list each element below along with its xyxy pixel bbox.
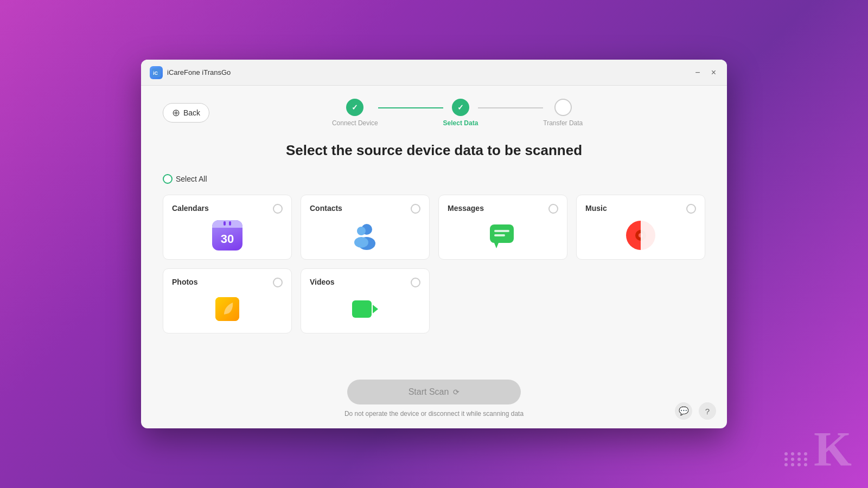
select-all-label: Select All xyxy=(176,175,207,183)
select-all-circle xyxy=(163,174,173,184)
radio-photos[interactable] xyxy=(273,278,283,287)
photos-icon xyxy=(212,294,242,324)
card-calendars-label: Calendars xyxy=(172,204,209,213)
scan-spin-icon: ⟳ xyxy=(453,388,459,396)
step-connect-label: Connect Device xyxy=(332,119,378,127)
svg-text:iC: iC xyxy=(153,70,158,76)
empty-card-1 xyxy=(438,268,567,333)
card-messages-label: Messages xyxy=(448,204,484,213)
app-window: iC iCareFone iTransGo − × ⊕ Back ✓ Conn xyxy=(141,60,727,428)
card-contacts[interactable]: Contacts xyxy=(301,195,430,260)
titlebar-left: iC iCareFone iTransGo xyxy=(150,66,231,79)
card-music-label: Music xyxy=(585,204,607,213)
card-messages-header: Messages xyxy=(448,204,558,214)
footer-icons: 💬 ? xyxy=(675,402,716,420)
scan-note: Do not operate the device or disconnect … xyxy=(344,410,524,418)
card-photos-label: Photos xyxy=(172,278,197,286)
close-button[interactable]: × xyxy=(709,66,718,79)
start-scan-button[interactable]: Start Scan ⟳ xyxy=(347,380,521,404)
step-transfer: Transfer Data xyxy=(543,99,583,127)
card-music-icon-area xyxy=(585,220,696,251)
empty-card-2 xyxy=(576,268,705,333)
svg-point-4 xyxy=(357,227,366,235)
card-photos[interactable]: Photos xyxy=(163,268,292,333)
card-contacts-icon-area xyxy=(310,220,420,251)
card-videos-header: Videos xyxy=(310,278,420,287)
help-button[interactable]: ? xyxy=(699,402,716,420)
back-icon: ⊕ xyxy=(172,107,180,119)
titlebar-controls: − × xyxy=(693,66,718,79)
card-messages[interactable]: Messages xyxy=(438,195,567,260)
card-videos-icon-area xyxy=(310,294,420,324)
step-connect: ✓ Connect Device xyxy=(332,99,378,127)
radio-messages[interactable] xyxy=(548,204,558,214)
svg-marker-7 xyxy=(494,243,499,248)
card-videos-label: Videos xyxy=(310,278,335,286)
step-line-2 xyxy=(478,107,543,108)
chat-icon: 💬 xyxy=(679,406,689,416)
select-all-button[interactable]: Select All xyxy=(163,174,207,184)
minimize-button[interactable]: − xyxy=(693,66,702,79)
radio-calendars[interactable] xyxy=(273,204,283,214)
card-calendars-icon-area: 30 xyxy=(172,220,283,251)
svg-rect-15 xyxy=(352,300,372,318)
titlebar: iC iCareFone iTransGo − × xyxy=(141,60,727,86)
step-transfer-label: Transfer Data xyxy=(543,119,583,127)
back-label: Back xyxy=(183,108,200,117)
step-line-1 xyxy=(378,107,443,108)
card-contacts-label: Contacts xyxy=(310,204,342,213)
top-row: ⊕ Back ✓ Connect Device ✓ Select Data xyxy=(163,99,705,127)
step-select-circle: ✓ xyxy=(452,99,469,116)
step-select-label: Select Data xyxy=(443,119,478,127)
stepper: ✓ Connect Device ✓ Select Data Transfer … xyxy=(209,99,705,127)
card-photos-icon-area xyxy=(172,294,283,324)
chat-button[interactable]: 💬 xyxy=(675,402,692,420)
card-music[interactable]: Music xyxy=(576,195,705,260)
bottom-row: Start Scan ⟳ Do not operate the device o… xyxy=(163,380,705,418)
card-calendars-header: Calendars xyxy=(172,204,283,214)
card-photos-header: Photos xyxy=(172,278,283,287)
svg-point-5 xyxy=(354,237,368,248)
card-contacts-header: Contacts xyxy=(310,204,420,214)
watermark-k: K xyxy=(814,421,852,477)
back-button[interactable]: ⊕ Back xyxy=(163,103,209,123)
app-title: iCareFone iTransGo xyxy=(167,68,231,76)
main-content: ⊕ Back ✓ Connect Device ✓ Select Data xyxy=(141,86,727,428)
page-title: Select the source device data to be scan… xyxy=(163,142,705,159)
radio-contacts[interactable] xyxy=(411,204,420,214)
data-grid-row1: Calendars 30 Contacts xyxy=(163,195,705,260)
music-icon xyxy=(626,220,656,251)
calendar-icon: 30 xyxy=(212,220,242,251)
app-icon: iC xyxy=(150,66,163,79)
svg-rect-6 xyxy=(490,224,514,243)
card-music-header: Music xyxy=(585,204,696,214)
card-calendars[interactable]: Calendars 30 xyxy=(163,195,292,260)
step-connect-circle: ✓ xyxy=(346,99,363,116)
stepper-inner: ✓ Connect Device ✓ Select Data Transfer … xyxy=(332,99,583,127)
card-messages-icon-area xyxy=(448,220,558,251)
step-transfer-circle xyxy=(554,99,572,116)
data-grid-row2: Photos xyxy=(163,268,705,333)
start-scan-label: Start Scan xyxy=(409,387,449,397)
radio-videos[interactable] xyxy=(411,278,420,287)
help-icon: ? xyxy=(705,407,710,416)
svg-rect-9 xyxy=(494,234,505,236)
step-select: ✓ Select Data xyxy=(443,99,478,127)
select-all-row: Select All xyxy=(163,174,705,186)
videos-icon xyxy=(350,294,380,324)
watermark-dots xyxy=(784,452,808,466)
radio-music[interactable] xyxy=(686,204,696,214)
card-videos[interactable]: Videos xyxy=(301,268,430,333)
contacts-icon xyxy=(350,220,380,251)
messages-icon xyxy=(488,220,518,251)
svg-marker-16 xyxy=(373,305,378,313)
svg-rect-8 xyxy=(494,230,509,232)
